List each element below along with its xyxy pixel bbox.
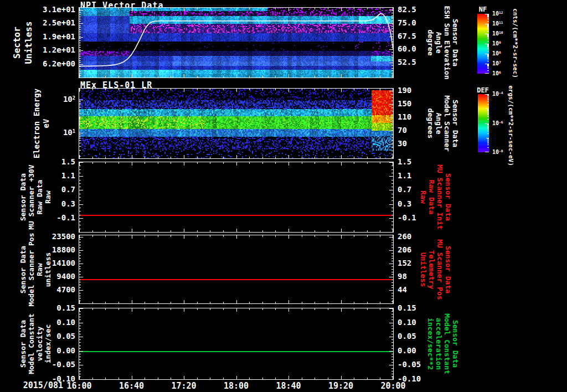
panel-mu-scanner-30v (79, 162, 394, 233)
tick-label: 1010 (492, 31, 503, 37)
axis-title-line: velocity (35, 313, 44, 374)
tick-label: 82.5 (398, 6, 416, 14)
tick-label: 60.0 (398, 45, 416, 53)
axis-title-line: Raw Data (427, 164, 436, 229)
tick-label: 1.5 (61, 158, 75, 166)
axis-title-line: Sensor Data (451, 313, 460, 374)
tick-label: 98 (398, 272, 407, 281)
tick-label: 67.5 (398, 32, 416, 40)
tick-label: 75.0 (398, 19, 416, 27)
axis-title-line: Telemetry (427, 239, 436, 300)
tick-label: 1.2e+01 (43, 46, 75, 54)
axis-title-line: Angle (435, 6, 443, 79)
axis-title-line: MU Scanner Init (436, 164, 444, 229)
tick-label: 9400 (56, 272, 75, 281)
colorbar-nf-unit: cnts/(cm**2-sr-sec) (512, 8, 519, 78)
tick-label: 10-6 (492, 121, 503, 127)
tick-label: 0.00 (56, 347, 75, 355)
tick-label: 1.9e+01 (43, 33, 75, 41)
tick-label: 102 (63, 95, 75, 105)
y2-axis-title-scanner-angle: Sensor Data Model Scanner Angle degrees (426, 95, 460, 152)
axis-title-line: Sensor Data (444, 239, 452, 300)
tick-label: 108 (492, 51, 501, 57)
panel-model-constant (79, 308, 394, 380)
tick-label: 10-8 (492, 149, 503, 156)
y-axis-title-model-constant: Sensor Data Model Constant velocity inde… (19, 313, 52, 374)
colorbar-def (478, 94, 489, 152)
tick-label: 52.5 (398, 58, 416, 66)
tick-label: 18:00 (224, 381, 249, 391)
tick-label: 1012 (492, 11, 503, 17)
tick-label: 107 (492, 61, 501, 67)
colorbar-nf-ticks (477, 14, 489, 74)
tick-label: 0.05 (398, 332, 416, 341)
tick-label: 1.1 (398, 172, 411, 180)
axis-title-line: Sensor Data (19, 164, 27, 229)
axis-title-line: Raw (419, 164, 427, 229)
tick-label: 110 (398, 113, 411, 121)
panel-npi-spectrogram (79, 7, 394, 78)
tick-label: 18800 (52, 246, 75, 254)
model-constant-canvas (79, 308, 393, 379)
axis-title-line: Sector (11, 21, 23, 64)
tick-label: 14100 (52, 259, 75, 267)
axis-title-line: ESH Sun Elevation (443, 6, 451, 79)
tick-label: 106 (492, 71, 501, 77)
tick-label: 0.15 (398, 304, 416, 312)
axis-title-line: Raw Data (35, 164, 44, 229)
tick-label: 3.1e+01 (43, 6, 75, 14)
axis-title-line: Model Scanner Pos (27, 233, 35, 306)
tick-label: 150 (398, 100, 411, 108)
colorbar-def-title: DEF (473, 86, 493, 94)
tick-label: 16:40 (119, 381, 144, 391)
tick-label: 19:20 (328, 381, 353, 391)
tick-label: 20:00 (380, 381, 405, 391)
tick-label: -0.05 (398, 360, 421, 369)
axis-title-line: unitless (44, 233, 52, 306)
tick-label: -0.1 (398, 214, 416, 222)
tick-label: 0.10 (56, 318, 75, 327)
tick-label: 0.3 (61, 200, 75, 208)
tick-label: 260 (398, 233, 411, 241)
tick-label: 101 (63, 128, 75, 138)
axis-title-line: degrees (426, 95, 435, 152)
y2-axis-title-mu-scanner-pos: Sensor Data MU Scanner Pos Telemetry Uni… (419, 239, 452, 300)
model-scanner-pos-canvas (79, 235, 393, 303)
tick-label: 1011 (492, 21, 503, 27)
panel-model-scanner-pos (79, 235, 394, 304)
tick-label: 70 (398, 126, 407, 135)
axis-title-line: acceleration (435, 313, 443, 374)
tick-label: 0.15 (56, 304, 75, 312)
colorbar-nf (477, 14, 489, 74)
tick-label: 44 (398, 286, 407, 294)
axis-title-line: degree (426, 6, 435, 79)
y-axis-title-model-scanner-pos: Sensor Data Model Scanner Pos Raw unitle… (19, 233, 52, 306)
tick-label: 10-4 (492, 91, 503, 97)
tick-label: 17:20 (171, 381, 196, 391)
colorbar-def-ticks (478, 94, 489, 152)
plot-screen: NPI Vector Data MEx ELS-01 LR Sector Uni… (0, 0, 567, 392)
tick-label: 18:40 (276, 381, 301, 391)
axis-title-line: Sensor Data (451, 6, 460, 79)
axis-title-line: Sensor Data (451, 95, 460, 152)
tick-label: 0.05 (56, 332, 75, 341)
tick-label: 190 (398, 86, 411, 95)
npi-spectrogram-canvas (79, 8, 393, 78)
tick-label: 2.5e+01 (43, 19, 75, 27)
tick-label: 109 (492, 41, 501, 47)
tick-label: 1.5 (398, 158, 411, 166)
y2-axis-title-sun-elevation: Sensor Data ESH Sun Elevation Angle degr… (426, 6, 460, 79)
tick-label: 30 (398, 140, 407, 148)
axis-title-line: Model Constant (27, 313, 35, 374)
els-spectrogram-canvas (79, 89, 393, 158)
axis-title-line: Sensor Data (19, 313, 27, 374)
tick-label: 16:00 (66, 381, 91, 391)
panel-els-spectrogram (79, 88, 394, 159)
tick-label: 0.7 (398, 185, 411, 194)
tick-label: -0.05 (52, 360, 75, 369)
axis-title-line: incex/sec**2 (426, 313, 435, 374)
tick-label: -0.1 (56, 214, 75, 222)
axis-title-line: Sensor Data (19, 233, 27, 306)
tick-label: 0.3 (398, 200, 411, 208)
y-axis-title-electron-energy: Electron Energy eV (32, 89, 51, 158)
